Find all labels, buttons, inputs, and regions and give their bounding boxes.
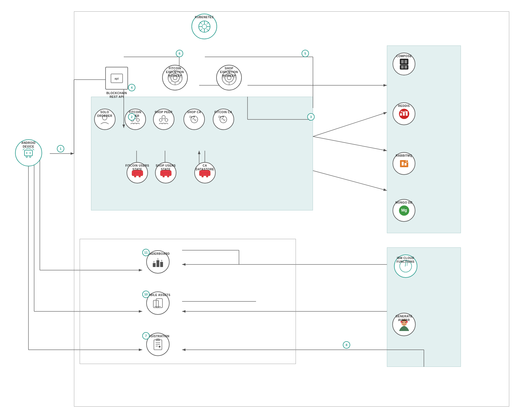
generate-avatar-node: GENERATE AVATAR	[391, 313, 417, 322]
rabbitmq-node: RABBITMQ	[393, 152, 415, 158]
ibm-functions-node: f f IBM CLOUD FUNCTIONS	[392, 255, 419, 264]
svg-point-50	[30, 152, 31, 154]
svg-point-74	[137, 119, 139, 121]
step-6: 6	[176, 50, 183, 57]
svg-rect-107	[405, 60, 407, 63]
android-label: ANDROID DEVICE	[17, 141, 40, 148]
compose-node: COMPOSE	[393, 53, 415, 58]
shop-state-node: SHOP USERS STATE	[154, 162, 178, 171]
svg-text:api: api	[114, 77, 119, 80]
step-8: 8	[343, 341, 350, 349]
fitcoin-worker-node: FITCOIN EXECUTION WORKER	[162, 65, 188, 78]
svg-point-76	[159, 119, 162, 121]
svg-rect-102	[202, 176, 203, 177]
shop-worker-node: SHOP EXECUTION WORKER	[216, 65, 242, 78]
ca-datastore-label: CA DATASTORE	[193, 164, 216, 171]
svg-point-125	[402, 322, 403, 323]
fitcoin-worker-label: FITCOIN EXECUTION WORKER	[162, 67, 188, 78]
svg-rect-113	[403, 112, 405, 116]
step-5: 5	[302, 50, 309, 57]
svg-point-126	[405, 322, 406, 323]
mongodb-label: MONGO DB	[393, 201, 415, 204]
svg-point-77	[165, 119, 168, 121]
shop-peer-label: SHOP PEER	[154, 110, 174, 114]
mongodb-node: Mg MONGO DB	[393, 199, 415, 204]
svg-point-79	[194, 116, 195, 117]
svg-rect-96	[163, 176, 164, 177]
step-1: 1	[57, 145, 64, 152]
svg-line-47	[23, 148, 24, 150]
shop-ca-label: SHOP CA	[185, 110, 203, 114]
shop-state-label: SHOP USERS STATE	[154, 164, 178, 171]
svg-rect-90	[134, 176, 136, 177]
android-node: ANDROID DEVICE	[17, 139, 40, 148]
shop-peer-node: SHOP PEER	[154, 109, 174, 114]
svg-rect-116	[402, 162, 404, 165]
step-4: 4	[128, 84, 135, 91]
svg-rect-106	[401, 60, 404, 63]
kubernetes-label: KUBENETES	[190, 15, 218, 19]
blockchain-api-node: api BLOCKCHAIN REST API	[102, 67, 131, 99]
svg-rect-91	[139, 176, 141, 177]
svg-rect-117	[405, 163, 407, 165]
shop-worker-label: SHOP EXECUTION WORKER	[216, 67, 242, 78]
step-2: 2	[128, 113, 135, 121]
fitcoin-ca-label: FITCOIN CA	[213, 110, 233, 114]
svg-line-48	[32, 148, 34, 150]
compose-label: COMPOSE	[393, 54, 415, 58]
svg-point-83	[223, 116, 224, 117]
redis-label: REDDIS	[393, 104, 415, 108]
redis-node: Redis REDDIS	[393, 102, 415, 108]
svg-rect-97	[167, 176, 169, 177]
svg-line-63	[170, 81, 172, 83]
shop-ca-node: SHOP CA	[185, 109, 203, 114]
svg-rect-108	[401, 66, 404, 69]
step-3: 3	[307, 113, 315, 121]
ca-datastore-node: CA DATASTORE	[193, 162, 216, 171]
ibm-functions-label: IBM CLOUD FUNCTIONS	[392, 256, 419, 264]
bottom-left-box	[80, 239, 296, 364]
blockchain-api-label: BLOCKCHAIN REST API	[102, 91, 131, 99]
kubernetes-node: KUBENETES	[190, 14, 218, 19]
svg-rect-44	[24, 150, 32, 156]
svg-rect-103	[206, 176, 208, 177]
svg-point-118	[406, 160, 408, 162]
diagram-container: KUBENETES ANDROID DEVICE api BLOCKC	[0, 0, 530, 420]
svg-point-75	[162, 115, 165, 119]
svg-rect-109	[405, 66, 407, 69]
generate-avatar-label: GENERATE AVATAR	[391, 315, 417, 322]
svg-rect-114	[406, 111, 408, 116]
rabbitmq-label: RABBITMQ	[393, 154, 415, 158]
svg-rect-112	[400, 113, 402, 116]
solo-orderer-node: SOLO ORDERER	[93, 109, 116, 118]
fitcoin-state-node: FITCOIN USERS STATE	[125, 162, 149, 171]
svg-line-61	[178, 81, 180, 83]
solo-orderer-label: SOLO ORDERER	[93, 110, 116, 118]
svg-text:Mg: Mg	[401, 208, 407, 212]
fitcoin-ca-node: FITCOIN CA	[213, 109, 233, 114]
fitcoin-state-label: FITCOIN USERS STATE	[125, 164, 149, 171]
svg-point-49	[26, 152, 27, 154]
